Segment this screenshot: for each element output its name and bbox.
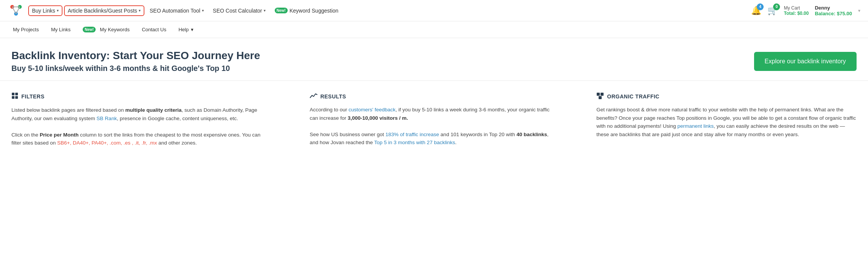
- svg-rect-10: [597, 93, 600, 96]
- organic-traffic-column: ORGANIC TRAFFIC Get rankings boost & dri…: [585, 92, 857, 147]
- svg-rect-9: [15, 96, 18, 99]
- nav-seo-automation[interactable]: SEO Automation Tool ▾: [146, 5, 208, 16]
- filters-title: FILTERS: [11, 92, 272, 101]
- svg-rect-11: [601, 93, 604, 96]
- sb-rank-link[interactable]: SB Rank: [96, 116, 117, 121]
- svg-rect-7: [15, 93, 18, 95]
- svg-line-4: [12, 7, 16, 14]
- nav-article-backlinks[interactable]: Article Backlinks/Guest Posts ▾: [64, 5, 144, 16]
- svg-rect-12: [599, 96, 602, 99]
- chevron-down-icon: ▾: [139, 8, 141, 13]
- nav-contact-us[interactable]: Contact Us: [136, 24, 171, 35]
- chevron-down-icon: ▾: [202, 8, 204, 13]
- user-menu[interactable]: Denny Balance: $75.00: [815, 5, 852, 16]
- organic-traffic-body: Get rankings boost & drive more natural …: [596, 106, 857, 138]
- top-nav-right: 🔔 4 🛒 0 My Cart Total: $0.00 Denny Balan…: [751, 5, 860, 16]
- results-title: RESULTS: [310, 92, 559, 100]
- user-dropdown-icon: ▾: [858, 8, 860, 13]
- hero-text: Backlink Inventory: Start Your SEO Journ…: [11, 50, 260, 73]
- nav-my-links[interactable]: My Links: [46, 24, 76, 35]
- explore-backlink-button[interactable]: Explore our backlink inventory: [754, 52, 857, 71]
- second-nav: My Projects My Links New! My Keywords Co…: [0, 21, 868, 38]
- nav-seo-cost[interactable]: SEO Cost Calculator ▾: [209, 5, 269, 16]
- results-icon: [310, 92, 317, 100]
- traffic-increase-link[interactable]: 183% of traffic increase: [386, 132, 439, 137]
- hero-subtitle: Buy 5-10 links/week within 3-6 months & …: [11, 64, 260, 73]
- svg-rect-8: [12, 96, 14, 99]
- organic-traffic-icon: [596, 92, 604, 100]
- hero-title: Backlink Inventory: Start Your SEO Journ…: [11, 50, 260, 62]
- chevron-down-icon: ▾: [57, 8, 59, 13]
- features-section: FILTERS Listed below backlink pages are …: [0, 81, 868, 159]
- cart-info: My Cart Total: $0.00: [784, 5, 809, 16]
- cart-button[interactable]: 🛒 0: [767, 6, 778, 16]
- permanent-links-link[interactable]: permanent links: [677, 123, 714, 129]
- main-nav-items: Buy Links ▾ Article Backlinks/Guest Post…: [28, 5, 751, 16]
- organic-traffic-title: ORGANIC TRAFFIC: [596, 92, 857, 100]
- logo[interactable]: [8, 2, 24, 19]
- top5-link[interactable]: Top 5 in 3 months with 27 backlinks: [374, 140, 455, 145]
- filters-body: Listed below backlink pages are filtered…: [11, 106, 272, 147]
- svg-rect-6: [12, 93, 14, 95]
- customers-feedback-link[interactable]: customers' feedback: [349, 107, 396, 113]
- nav-help[interactable]: Help ▾: [173, 24, 199, 35]
- nav-my-keywords[interactable]: New! My Keywords: [77, 24, 135, 35]
- svg-line-5: [16, 7, 20, 14]
- nav-keyword-suggestion[interactable]: New! Keyword Suggestion: [271, 5, 342, 16]
- filters-icon: [11, 92, 18, 101]
- filters-column: FILTERS Listed below backlink pages are …: [11, 92, 283, 147]
- results-body: According to our customers' feedback, if…: [310, 106, 559, 147]
- results-column: RESULTS According to our customers' feed…: [298, 92, 570, 147]
- cart-badge: 0: [773, 3, 780, 10]
- notification-badge: 4: [757, 3, 764, 10]
- notifications-button[interactable]: 🔔 4: [751, 6, 761, 16]
- chevron-down-icon: ▾: [264, 8, 266, 13]
- top-nav: Buy Links ▾ Article Backlinks/Guest Post…: [0, 0, 868, 21]
- hero-section: Backlink Inventory: Start Your SEO Journ…: [0, 38, 868, 81]
- nav-my-projects[interactable]: My Projects: [8, 24, 44, 35]
- nav-buy-links[interactable]: Buy Links ▾: [28, 5, 62, 16]
- chevron-down-icon: ▾: [191, 27, 194, 32]
